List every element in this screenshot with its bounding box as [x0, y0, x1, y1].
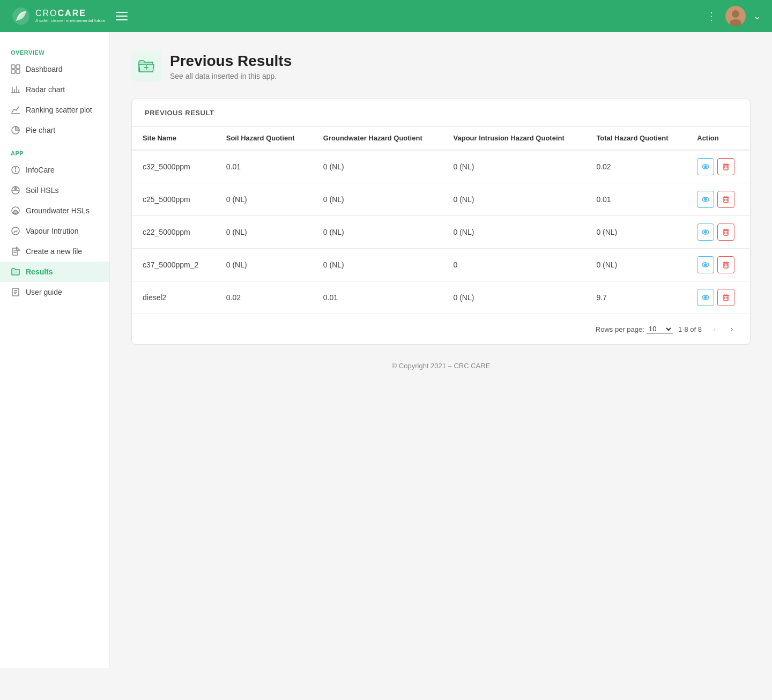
- col-action: Action: [686, 126, 750, 150]
- action-buttons: [697, 191, 739, 208]
- soil-icon: [11, 185, 20, 195]
- eye-icon: [701, 195, 710, 204]
- sidebar-item-results[interactable]: Results: [0, 262, 109, 282]
- cell-gw-hq: 0.01: [313, 281, 443, 314]
- sidebar-item-groundwater-hsls-label: Groundwater HSLs: [26, 206, 90, 215]
- svg-rect-5: [16, 65, 20, 69]
- view-button[interactable]: [697, 158, 714, 175]
- delete-button[interactable]: [717, 158, 734, 175]
- table-row: c25_5000ppm 0 (NL) 0 (NL) 0 (NL) 0.01: [132, 183, 750, 216]
- svg-rect-41: [724, 198, 728, 203]
- svg-point-56: [704, 264, 707, 266]
- sidebar-item-infocare-label: InfoCare: [26, 166, 55, 174]
- sidebar-item-radar-chart-label: Radar chart: [26, 85, 65, 94]
- sidebar-item-create-new-file[interactable]: Create a new file: [0, 241, 109, 262]
- cell-total-hq: 0.02: [585, 150, 686, 183]
- page-title: Previous Results: [170, 53, 292, 70]
- pie-chart-icon: [11, 125, 20, 135]
- rows-per-page-select[interactable]: 10 25 50: [647, 324, 673, 334]
- table-row: c32_5000ppm 0.01 0 (NL) 0 (NL) 0.02: [132, 150, 750, 183]
- col-gw-hq: Groundwater Hazard Quotient: [313, 126, 443, 150]
- table-section-label: PREVIOUS RESULT: [145, 109, 214, 117]
- eye-icon: [701, 293, 710, 302]
- cell-total-hq: 9.7: [585, 281, 686, 314]
- delete-button[interactable]: [717, 191, 734, 208]
- app-section-label: APP: [0, 146, 109, 160]
- view-button[interactable]: [697, 191, 714, 208]
- book-icon: [11, 287, 20, 297]
- sidebar-item-pie-chart-label: Pie chart: [26, 126, 55, 135]
- cell-total-hq: 0 (NL): [585, 216, 686, 249]
- svg-point-21: [12, 227, 19, 235]
- svg-rect-7: [16, 70, 20, 73]
- table-row: diesel2 0.02 0.01 0 (NL) 9.7: [132, 281, 750, 314]
- folder-open-icon: [138, 58, 155, 75]
- next-page-button[interactable]: ›: [724, 322, 739, 337]
- table-row: c22_5000ppm 0 (NL) 0 (NL) 0 (NL) 0 (NL): [132, 216, 750, 249]
- page-range-label: 1-8 of 8: [678, 325, 702, 333]
- cell-action: [686, 183, 750, 216]
- cell-site-name: c25_5000ppm: [132, 183, 216, 216]
- view-button[interactable]: [697, 224, 714, 241]
- sidebar-item-radar-chart[interactable]: Radar chart: [0, 79, 109, 100]
- svg-rect-6: [11, 70, 15, 73]
- table-header-row: Site Name Soil Hazard Quotient Groundwat…: [132, 126, 750, 150]
- page-subtitle: See all data inserted in this app.: [170, 72, 292, 80]
- scatter-icon: [11, 105, 20, 115]
- cell-soil-hq: 0.02: [216, 281, 313, 314]
- cell-action: [686, 150, 750, 183]
- trash-icon: [722, 293, 730, 302]
- delete-button[interactable]: [717, 289, 734, 306]
- avatar[interactable]: [725, 6, 746, 26]
- more-options-icon[interactable]: ⋮: [706, 10, 718, 23]
- action-buttons: [697, 224, 739, 241]
- sidebar-item-pie-chart[interactable]: Pie chart: [0, 120, 109, 140]
- svg-rect-4: [11, 65, 15, 69]
- layout: OVERVIEW Dashboard: [0, 0, 772, 668]
- cell-gw-hq: 0 (NL): [313, 249, 443, 281]
- svg-rect-49: [724, 230, 728, 235]
- action-buttons: [697, 158, 739, 175]
- sidebar-item-soil-hsls[interactable]: Soil HSLs: [0, 180, 109, 200]
- trash-icon: [722, 195, 730, 204]
- svg-point-40: [704, 198, 707, 200]
- pagination: Rows per page: 10 25 50 1-8 of 8 ‹ ›: [132, 314, 750, 344]
- sidebar-item-vapour-intrution[interactable]: Vapour Intrution: [0, 221, 109, 241]
- header: CROCARE A safer, cleaner environmental f…: [0, 0, 772, 32]
- cell-action: [686, 281, 750, 314]
- logo-icon: [11, 6, 31, 26]
- cell-site-name: c32_5000ppm: [132, 150, 216, 183]
- view-button[interactable]: [697, 256, 714, 273]
- info-icon: [11, 165, 20, 175]
- svg-rect-33: [724, 165, 728, 170]
- sidebar-item-groundwater-hsls[interactable]: Groundwater HSLs: [0, 200, 109, 221]
- table-card: PREVIOUS RESULT Site Name Soil Hazard Qu…: [131, 99, 751, 345]
- svg-point-64: [704, 296, 707, 299]
- col-site-name: Site Name: [132, 126, 216, 150]
- sidebar-item-user-guide[interactable]: User guide: [0, 282, 109, 302]
- sidebar-item-dashboard-label: Dashboard: [26, 65, 63, 73]
- action-buttons: [697, 256, 739, 273]
- sidebar-item-dashboard[interactable]: Dashboard: [0, 59, 109, 79]
- chevron-down-icon[interactable]: ⌄: [753, 10, 761, 22]
- sidebar-item-infocare[interactable]: InfoCare: [0, 160, 109, 180]
- sidebar-item-ranking-scatter-plot[interactable]: Ranking scatter plot: [0, 100, 109, 120]
- table-row: c37_5000ppm_2 0 (NL) 0 (NL) 0 0 (NL): [132, 249, 750, 281]
- delete-button[interactable]: [717, 256, 734, 273]
- hamburger-menu-button[interactable]: [114, 10, 130, 23]
- cell-action: [686, 216, 750, 249]
- table-card-header: PREVIOUS RESULT: [132, 99, 750, 126]
- sidebar-item-vapour-intrution-label: Vapour Intrution: [26, 227, 79, 235]
- sidebar-item-soil-hsls-label: Soil HSLs: [26, 186, 58, 195]
- dashboard-icon: [11, 64, 20, 74]
- svg-point-2: [732, 10, 739, 18]
- prev-page-button[interactable]: ‹: [707, 322, 722, 337]
- cell-vi-hq: 0 (NL): [443, 150, 586, 183]
- view-button[interactable]: [697, 289, 714, 306]
- groundwater-icon: [11, 206, 20, 215]
- page-nav: ‹ ›: [707, 322, 739, 337]
- col-vi-hq: Vapour Intrusion Hazard Quoteint: [443, 126, 586, 150]
- trash-icon: [722, 228, 730, 236]
- eye-icon: [701, 260, 710, 269]
- delete-button[interactable]: [717, 224, 734, 241]
